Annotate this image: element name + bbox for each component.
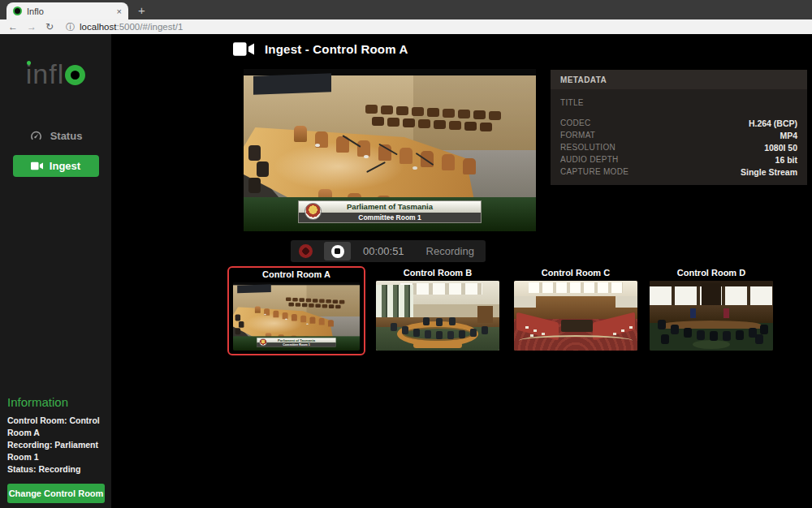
metadata-row-audio-depth: AUDIO DEPTH 16 bit	[551, 153, 807, 166]
control-room-a-image: Parliament of Tasmania Committee Room 1	[233, 282, 360, 351]
metadata-row-resolution: RESOLUTION 1080I 50	[551, 141, 807, 153]
stop-button[interactable]	[324, 242, 351, 260]
banner-title: Parliament of Tasmania	[299, 201, 481, 213]
change-control-room-button[interactable]: Change Control Room	[7, 484, 105, 503]
sidebar: infl Status Ingest Information Control R…	[0, 34, 111, 508]
new-tab-button[interactable]: +	[138, 3, 145, 17]
recording-status: Recording	[426, 245, 474, 257]
page-title: Ingest - Control Room A	[233, 41, 408, 57]
browser-tab[interactable]: Inflo ×	[6, 2, 128, 19]
main-content: Ingest - Control Room A Parliament of Ta…	[111, 34, 812, 508]
info-control-room: Control Room: Control Room A	[7, 415, 106, 439]
close-tab-icon[interactable]: ×	[117, 6, 122, 16]
browser-tab-bar: Inflo × +	[0, 0, 812, 19]
control-room-c-image	[514, 281, 637, 351]
thumbnail-control-room-b[interactable]: Control Room B	[376, 268, 499, 351]
info-recording: Recording: Parliament Room 1	[7, 439, 106, 463]
broadcast-banner: Parliament of Tasmania Committee Room 1	[298, 200, 482, 223]
metadata-row-codec: CODEC H.264 (BCP)	[551, 117, 807, 129]
back-icon[interactable]: ←	[8, 21, 18, 32]
sidebar-item-status[interactable]: Status	[0, 129, 111, 143]
thumbnail-control-room-c[interactable]: Control Room C	[514, 268, 637, 351]
url-path: :5000/#/ingest/1	[116, 22, 183, 32]
control-room-d-image	[650, 281, 773, 351]
status-label: Status	[50, 130, 83, 142]
ingest-label: Ingest	[50, 160, 80, 172]
forward-icon[interactable]: →	[27, 21, 37, 32]
page-info-icon[interactable]: ⓘ	[66, 21, 75, 33]
metadata-row-capture-mode: CAPTURE MODE Single Stream	[551, 166, 807, 178]
information-heading: Information	[7, 395, 106, 409]
parliament-crest-icon	[304, 203, 322, 220]
gauge-icon	[29, 129, 43, 143]
sidebar-item-ingest[interactable]: Ingest	[13, 155, 99, 177]
banner-subtitle: Committee Room 1	[299, 213, 481, 222]
control-room-b-image	[376, 281, 499, 351]
record-controls-bar: 00:00:51 Recording	[291, 240, 486, 262]
metadata-row-format: FORMAT MP4	[551, 129, 807, 141]
tab-title: Inflo	[27, 6, 44, 16]
metadata-row-title: TITLE	[551, 97, 807, 108]
logo-ring-icon	[65, 65, 85, 85]
url-host: localhost	[80, 22, 116, 32]
inflo-logo: infl	[0, 58, 111, 90]
recording-timer: 00:00:51	[363, 245, 404, 257]
logo-dot-icon	[27, 61, 31, 65]
browser-address-bar: ← → ↻ ⓘ localhost:5000/#/ingest/1	[0, 19, 812, 34]
url-field[interactable]: localhost:5000/#/ingest/1	[80, 22, 183, 32]
stop-icon	[331, 245, 344, 258]
live-preview-video[interactable]: Parliament of Tasmania Committee Room 1	[244, 69, 536, 231]
video-camera-icon	[31, 161, 43, 170]
thumbnail-control-room-a[interactable]: Control Room A Parliament of Tasmania Co…	[227, 266, 365, 355]
video-camera-icon	[233, 41, 254, 57]
refresh-icon[interactable]: ↻	[45, 21, 54, 32]
thumbnail-control-room-d[interactable]: Control Room D	[650, 268, 773, 351]
record-icon[interactable]	[299, 244, 313, 258]
preview-room-image: Parliament of Tasmania Committee Room 1	[244, 69, 536, 231]
metadata-heading: METADATA	[551, 70, 807, 89]
info-status: Status: Recording	[7, 463, 106, 476]
inflo-favicon-icon	[13, 6, 22, 15]
metadata-panel: METADATA TITLE CODEC H.264 (BCP) FORMAT …	[551, 70, 807, 185]
information-panel: Information Control Room: Control Room A…	[7, 395, 106, 503]
